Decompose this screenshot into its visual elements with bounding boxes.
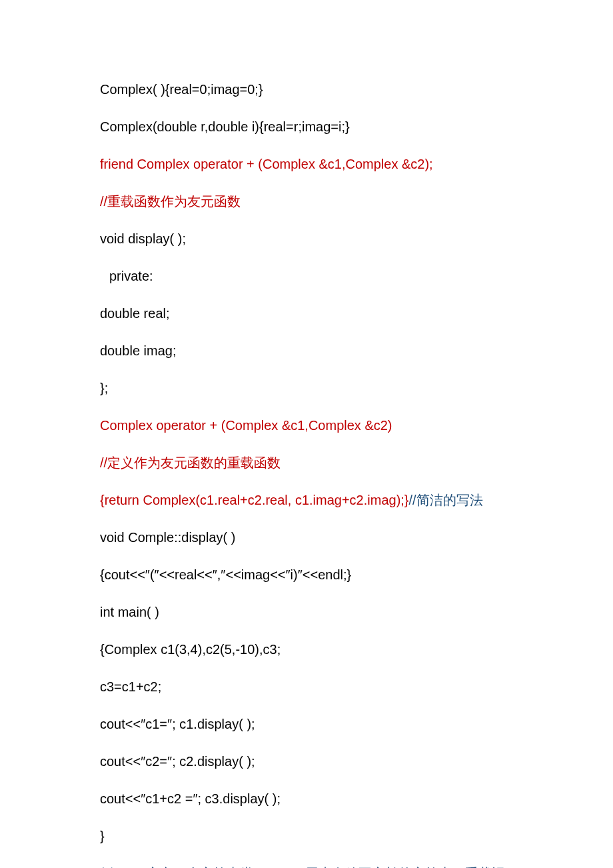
code-text: {return Complex(c1.real+c2.real, c1.imag…	[100, 493, 409, 507]
code-line: c3=c1+c2;	[100, 677, 513, 696]
code-line: cout<<″c1+c2 =″; c3.display( );	[100, 789, 513, 808]
code-line: int main( )	[100, 603, 513, 621]
code-line: friend Complex operator + (Complex &c1,C…	[100, 155, 513, 173]
code-line: private:	[100, 267, 513, 285]
code-line: {return Complex(c1.real+c2.real, c1.imag…	[100, 491, 513, 509]
code-line: void display( );	[100, 229, 513, 248]
code-line: double real;	[100, 304, 513, 323]
code-line: Complex operator + (Complex &c1,Complex …	[100, 416, 513, 435]
code-line: cout<<″c1=″; c1.display( );	[100, 715, 513, 733]
comment-text-cn: 重载函数作为友元函数	[107, 194, 241, 209]
document-page: Complex( ){real=0;imag=0;} Complex(doubl…	[0, 0, 613, 868]
code-line: Complex( ){real=0;imag=0;}	[100, 80, 513, 99]
comment-prefix: //	[409, 493, 416, 507]
code-line: };	[100, 379, 513, 397]
code-line: cout<<″c2=″; c2.display( );	[100, 752, 513, 771]
code-line: double imag;	[100, 341, 513, 360]
code-line: {Complex c1(3,4),c2(5,-10),c3;	[100, 640, 513, 659]
example-heading: 例 10.4 定义一个字符串类 String，用来存放不定长的字符串，重载运	[100, 864, 513, 868]
comment-text-cn: 简洁的写法	[416, 493, 483, 507]
comment-line: //重载函数作为友元函数	[100, 192, 513, 211]
comment-line: //定义作为友元函数的重载函数	[100, 453, 513, 472]
comment-text-cn: 定义作为友元函数的重载函数	[107, 455, 281, 470]
code-line: void Comple::display( )	[100, 528, 513, 547]
code-line: Complex(double r,double i){real=r;imag=i…	[100, 117, 513, 136]
code-line: {cout<<″(″<<real<<″,″<<imag<<″i)″<<endl;…	[100, 565, 513, 584]
comment-prefix: //	[100, 455, 107, 470]
comment-prefix: //	[100, 194, 107, 209]
code-line: }	[100, 827, 513, 845]
